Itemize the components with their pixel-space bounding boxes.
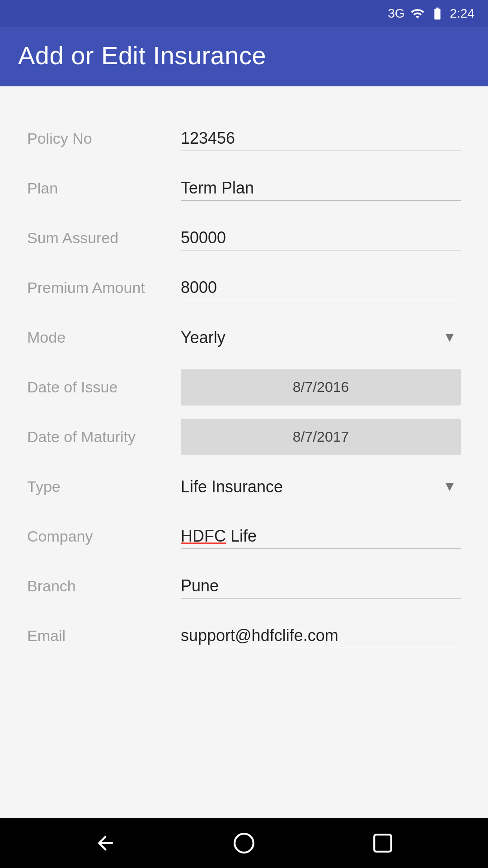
email-input[interactable] (181, 623, 461, 648)
mode-row: Mode Yearly Monthly Quarterly Half-Yearl… (27, 312, 461, 362)
policy-no-label: Policy No (27, 130, 181, 147)
recent-icon (371, 832, 394, 854)
policy-no-row: Policy No (27, 113, 461, 163)
mode-label: Mode (27, 329, 181, 346)
battery-icon (430, 6, 445, 21)
main-content: Policy No Plan Sum Assured Premium Amoun… (0, 86, 488, 818)
app-header: Add or Edit Insurance (0, 27, 488, 86)
date-of-issue-button[interactable]: 8/7/2016 (181, 369, 461, 406)
type-select[interactable]: Life Insurance Health Insurance Vehicle … (181, 475, 461, 499)
plan-input[interactable] (181, 176, 461, 201)
sum-assured-wrapper (181, 226, 461, 250)
policy-no-input[interactable] (181, 126, 461, 151)
back-button[interactable] (89, 827, 121, 859)
home-icon (233, 832, 255, 854)
sum-assured-row: Sum Assured (27, 213, 461, 263)
date-of-issue-row: Date of Issue 8/7/2016 (27, 362, 461, 412)
date-of-issue-label: Date of Issue (27, 378, 181, 396)
mode-select-wrapper: Yearly Monthly Quarterly Half-Yearly ▼ (181, 326, 461, 349)
premium-amount-wrapper (181, 275, 461, 300)
company-label: Company (27, 528, 181, 545)
status-icons: 3G 2:24 (388, 6, 474, 21)
premium-amount-label: Premium Amount (27, 279, 181, 297)
date-of-maturity-row: Date of Maturity 8/7/2017 (27, 412, 461, 462)
back-icon (94, 832, 117, 854)
branch-input[interactable] (181, 574, 461, 599)
mode-select[interactable]: Yearly Monthly Quarterly Half-Yearly (181, 326, 461, 349)
svg-rect-1 (374, 835, 391, 852)
network-indicator: 3G (388, 6, 404, 21)
page-title: Add or Edit Insurance (18, 41, 470, 70)
date-of-maturity-wrapper: 8/7/2017 (181, 419, 461, 455)
plan-row: Plan (27, 163, 461, 213)
plan-label: Plan (27, 179, 181, 197)
clock: 2:24 (450, 6, 475, 21)
premium-amount-input[interactable] (181, 275, 461, 300)
email-label: Email (27, 627, 181, 645)
premium-amount-row: Premium Amount (27, 263, 461, 312)
svg-point-0 (235, 834, 253, 853)
branch-wrapper (181, 574, 461, 599)
company-life-text: Life (230, 527, 257, 545)
form-container: Policy No Plan Sum Assured Premium Amoun… (0, 104, 488, 670)
type-row: Type Life Insurance Health Insurance Veh… (27, 462, 461, 511)
signal-icon (410, 6, 425, 21)
type-label: Type (27, 478, 181, 495)
date-of-issue-wrapper: 8/7/2016 (181, 369, 461, 406)
sum-assured-label: Sum Assured (27, 229, 181, 247)
company-row: Company HDFC Life (27, 511, 461, 561)
company-value: HDFC Life (181, 524, 461, 549)
status-bar: 3G 2:24 (0, 0, 488, 27)
plan-wrapper (181, 176, 461, 201)
company-wrapper: HDFC Life (181, 524, 461, 549)
email-wrapper (181, 623, 461, 648)
date-of-maturity-button[interactable]: 8/7/2017 (181, 419, 461, 455)
date-of-maturity-label: Date of Maturity (27, 428, 181, 446)
nav-bar (0, 818, 488, 868)
email-row: Email (27, 611, 461, 660)
policy-no-wrapper (181, 126, 461, 151)
branch-row: Branch (27, 561, 461, 611)
company-hdfc-text: HDFC (181, 527, 226, 545)
home-button[interactable] (228, 827, 260, 859)
type-select-wrapper: Life Insurance Health Insurance Vehicle … (181, 475, 461, 499)
branch-label: Branch (27, 577, 181, 595)
sum-assured-input[interactable] (181, 226, 461, 250)
recent-button[interactable] (367, 827, 399, 859)
